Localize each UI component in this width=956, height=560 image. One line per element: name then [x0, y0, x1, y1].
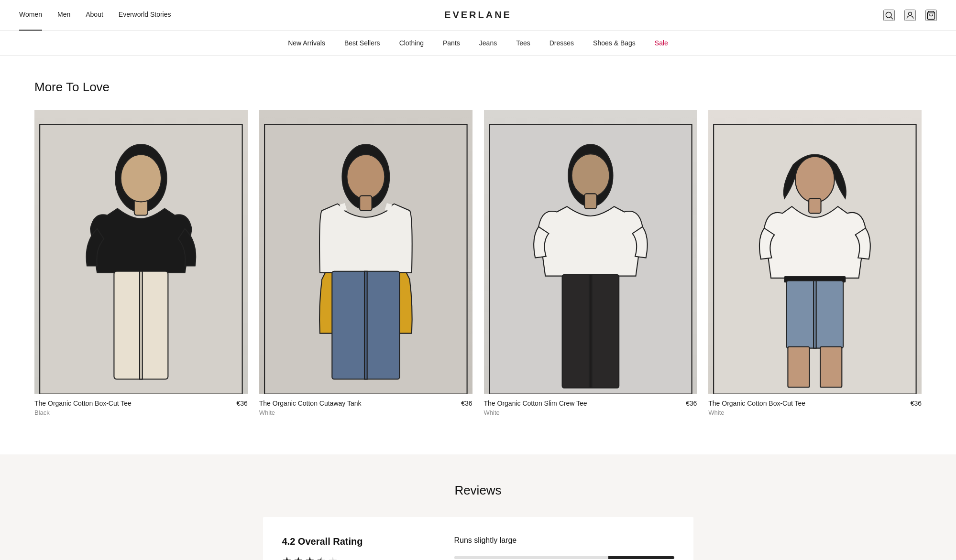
account-icon: [905, 11, 915, 20]
nav-item-about[interactable]: About: [86, 11, 103, 20]
sub-nav-shoes-bags[interactable]: Shoes & Bags: [593, 39, 636, 47]
svg-rect-27: [813, 280, 816, 348]
product-name-4: The Organic Cotton Box-Cut Tee: [708, 399, 805, 407]
product-figure-2: [259, 124, 473, 394]
product-color-4: White: [708, 409, 805, 416]
main-nav: Women Men About Everworld Stories: [19, 11, 171, 20]
svg-point-2: [909, 12, 912, 15]
product-price-3: €36: [686, 399, 697, 407]
product-info-2: The Organic Cotton Cutaway Tank White €3…: [259, 399, 473, 416]
overall-rating-text: 4.2 Overall Rating: [282, 536, 416, 547]
product-color-2: White: [259, 409, 362, 416]
svg-rect-9: [140, 271, 143, 379]
product-name-2: The Organic Cotton Cutaway Tank: [259, 399, 362, 407]
svg-rect-29: [820, 347, 842, 388]
sub-nav-pants[interactable]: Pants: [443, 39, 460, 47]
nav-item-everworld[interactable]: Everworld Stories: [119, 11, 171, 20]
product-price-2: €36: [461, 399, 472, 407]
nav-item-men[interactable]: Men: [57, 11, 70, 20]
search-button[interactable]: [883, 10, 895, 21]
sub-nav-new-arrivals[interactable]: New Arrivals: [288, 39, 325, 47]
star-3: ★: [305, 555, 315, 560]
fit-section: Runs slightly large Runs small Runs larg…: [454, 536, 674, 560]
cart-icon: [926, 11, 936, 20]
sub-nav-sale[interactable]: Sale: [655, 39, 668, 47]
product-info-3: The Organic Cotton Slim Crew Tee White €…: [484, 399, 697, 416]
fit-slider: Runs small Runs large: [454, 556, 674, 560]
svg-point-7: [121, 154, 162, 202]
sub-nav-clothing[interactable]: Clothing: [399, 39, 424, 47]
sub-nav-jeans[interactable]: Jeans: [479, 39, 497, 47]
svg-rect-21: [589, 274, 592, 388]
product-name-1: The Organic Cotton Box-Cut Tee: [34, 399, 132, 407]
product-color-1: Black: [34, 409, 132, 416]
rating-summary: 4.2 Overall Rating ★ ★ ★ ★ ★ ★ 5: [282, 536, 416, 560]
product-card-1[interactable]: The Organic Cotton Box-Cut Tee Black €36: [34, 110, 248, 416]
star-5: ★: [328, 555, 338, 560]
reviews-content: 4.2 Overall Rating ★ ★ ★ ★ ★ ★ 5: [263, 517, 693, 560]
reviews-title: Reviews: [34, 483, 922, 498]
svg-point-0: [886, 12, 891, 18]
fit-title: Runs slightly large: [454, 536, 674, 545]
svg-rect-13: [360, 195, 372, 210]
product-image-3: [484, 110, 697, 394]
sub-nav-dresses[interactable]: Dresses: [549, 39, 574, 47]
category-nav: New Arrivals Best Sellers Clothing Pants…: [0, 31, 956, 56]
star-2: ★: [294, 555, 303, 560]
star-4: ★ ★: [317, 555, 326, 560]
reviews-section: Reviews 4.2 Overall Rating ★ ★ ★ ★ ★ ★: [0, 454, 956, 560]
svg-rect-15: [364, 271, 367, 379]
nav-item-women[interactable]: Women: [19, 11, 42, 20]
main-content: More To Love: [0, 56, 956, 560]
product-price-1: €36: [236, 399, 247, 407]
product-name-3: The Organic Cotton Slim Crew Tee: [484, 399, 587, 407]
product-figure-1: [34, 124, 248, 394]
section-title: More To Love: [34, 80, 922, 95]
svg-rect-19: [584, 194, 596, 208]
product-image-2: [259, 110, 473, 394]
product-grid: The Organic Cotton Box-Cut Tee Black €36: [34, 110, 922, 416]
sub-nav-best-sellers[interactable]: Best Sellers: [344, 39, 380, 47]
svg-rect-24: [809, 198, 821, 213]
product-figure-3: [484, 124, 697, 394]
product-card-2[interactable]: The Organic Cotton Cutaway Tank White €3…: [259, 110, 473, 416]
svg-rect-28: [788, 347, 810, 388]
cart-button[interactable]: [925, 10, 937, 21]
product-figure-4: [708, 124, 922, 394]
svg-point-12: [347, 154, 385, 199]
product-price-4: €36: [911, 399, 922, 407]
stars-display: ★ ★ ★ ★ ★ ★: [282, 555, 416, 560]
product-image-4: [708, 110, 922, 394]
fit-track: [454, 556, 674, 559]
sub-nav-tees[interactable]: Tees: [516, 39, 530, 47]
account-button[interactable]: [904, 10, 916, 21]
star-1: ★: [282, 555, 292, 560]
site-header: Women Men About Everworld Stories EVERLA…: [0, 0, 956, 31]
logo-container[interactable]: EVERLANE: [444, 10, 512, 21]
product-info-4: The Organic Cotton Box-Cut Tee White €36: [708, 399, 922, 416]
site-logo: EVERLANE: [444, 10, 512, 20]
svg-point-18: [571, 154, 609, 197]
product-image-1: [34, 110, 248, 394]
svg-line-1: [891, 17, 893, 19]
search-icon: [884, 11, 894, 20]
product-card-4[interactable]: The Organic Cotton Box-Cut Tee White €36: [708, 110, 922, 416]
product-info-1: The Organic Cotton Box-Cut Tee Black €36: [34, 399, 248, 416]
product-color-3: White: [484, 409, 587, 416]
svg-point-23: [795, 156, 835, 202]
product-card-3[interactable]: The Organic Cotton Slim Crew Tee White €…: [484, 110, 697, 416]
header-actions: [883, 10, 937, 21]
